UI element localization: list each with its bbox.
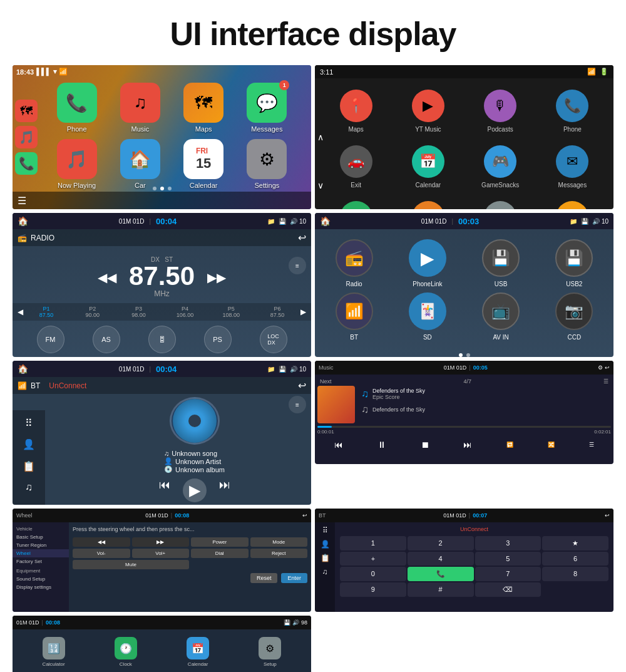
s7-wheel-item[interactable]: Wheel — [13, 549, 69, 557]
s6-settings-btn[interactable]: ⚙ — [598, 364, 603, 371]
s2-app-phone[interactable]: 📞 Phone — [536, 83, 608, 139]
s3-eq-btn[interactable]: ≡ — [289, 257, 306, 274]
s2-app-podcasts[interactable]: 🎙 Podcasts — [464, 83, 536, 139]
s6-prev-btn[interactable]: ⏮ — [334, 440, 343, 450]
s8-key-star[interactable]: ★ — [542, 536, 608, 551]
s8-sidebar-music[interactable]: ♫ — [322, 567, 328, 576]
s7-back-btn[interactable]: ↩ — [302, 512, 307, 519]
s8-key-call[interactable]: 📞 — [408, 567, 474, 581]
s6-repeatall-btn[interactable]: 🔁 — [506, 442, 513, 448]
s5-next-btn[interactable]: ⏭ — [219, 478, 230, 502]
s3-prev-btn[interactable]: ◀◀ — [98, 270, 116, 285]
s7-reset-btn[interactable]: Reset — [250, 573, 278, 583]
s7-btn-power[interactable]: Power — [191, 537, 249, 547]
s1-app-music[interactable]: ♫ Music — [120, 83, 160, 133]
s5-sidebar-calls[interactable]: 📋 — [18, 458, 40, 473]
s2-app-ytmusic[interactable]: ▶ YT Music — [392, 83, 464, 139]
s4-app-usb[interactable]: 💾 USB — [467, 239, 535, 287]
s5-prev-btn[interactable]: ⏮ — [159, 478, 170, 502]
s8-key-4[interactable]: 4 — [408, 552, 474, 566]
s1-app-settings[interactable]: ⚙ Settings — [247, 139, 287, 189]
s6-back-btn[interactable]: ↩ — [605, 364, 610, 371]
s7-btn-volup[interactable]: Vol+ — [132, 549, 190, 558]
s1-sidebar-phone[interactable]: 📞 — [15, 152, 38, 175]
s3-preset-2[interactable]: P2 90.00 — [69, 306, 116, 318]
s1-app-messages[interactable]: 💬 1 Messages — [247, 83, 287, 133]
s2-app-settings[interactable]: ⚙ Settings — [464, 195, 536, 209]
s8-key-2[interactable]: 2 — [408, 536, 474, 551]
s4-app-usb2[interactable]: 💾 USB2 — [540, 239, 608, 287]
s8-key-7[interactable]: 7 — [475, 567, 541, 581]
s5-play-btn[interactable]: ▶ — [183, 478, 207, 502]
s8-key-6[interactable]: 6 — [542, 552, 608, 566]
s3-back-btn[interactable]: ↩ — [298, 232, 306, 244]
s3-preset-4[interactable]: P4 106.00 — [162, 306, 208, 318]
s3-preset-5[interactable]: P5 108.00 — [208, 306, 254, 318]
s3-fm-btn[interactable]: FM — [37, 326, 64, 353]
s8-sidebar-contacts[interactable]: 👤 — [321, 540, 330, 549]
s8-key-8[interactable]: 8 — [542, 567, 608, 581]
s8-sidebar-calls[interactable]: 📋 — [321, 554, 330, 562]
s3-preset-prev[interactable]: ◀ — [18, 308, 23, 316]
s5-sidebar-settings[interactable]: ⚙ — [18, 502, 40, 505]
s3-preset-6[interactable]: P6 87.50 — [254, 306, 300, 318]
s5-sidebar-menu[interactable]: ⠿ — [18, 415, 40, 430]
s9-app-calculator[interactable]: 🔢 Calculator — [43, 637, 65, 667]
s3-preset-1[interactable]: P1 87.50 — [23, 306, 69, 318]
s8-key-hash[interactable]: # — [408, 582, 474, 597]
s6-progress-bar[interactable] — [317, 426, 611, 428]
s4-app-phonelink[interactable]: ▶ PhoneLink — [393, 239, 461, 287]
s5-back-btn[interactable]: ↩ — [298, 380, 306, 391]
s3-preset-3[interactable]: P3 98.00 — [116, 306, 162, 318]
s7-basic-setup[interactable]: Basic Setup — [13, 533, 69, 541]
s9-app-clock[interactable]: 🕐 Clock — [115, 637, 137, 667]
s4-app-bt[interactable]: 📶 BT — [320, 292, 388, 341]
s7-btn-prev[interactable]: ◀◀ — [73, 537, 130, 547]
s8-sidebar-menu[interactable]: ⠿ — [322, 526, 328, 535]
s4-app-avin[interactable]: 📺 AV IN — [467, 292, 535, 341]
s7-display-settings[interactable]: Display settings — [13, 583, 69, 591]
s8-key-3[interactable]: 3 — [475, 536, 541, 551]
s1-app-maps[interactable]: 🗺 Maps — [183, 83, 223, 133]
s2-app-calendar[interactable]: 📅 Calendar — [392, 139, 464, 195]
s7-btn-next[interactable]: ▶▶ — [132, 537, 190, 547]
s3-as-btn[interactable]: AS — [93, 326, 120, 353]
s6-stop-btn[interactable]: ⏹ — [421, 440, 429, 450]
s2-nav-down[interactable]: ∨ — [317, 180, 324, 190]
s7-btn-voldown[interactable]: Vol- — [73, 549, 130, 558]
s6-pause-btn[interactable]: ⏸ — [377, 440, 386, 450]
s7-btn-dial[interactable]: Dial — [191, 549, 249, 558]
s8-key-0[interactable]: 0 — [340, 567, 406, 581]
s4-app-ccd[interactable]: 📷 CCD — [540, 292, 608, 341]
s6-next-btn[interactable]: ⏭ — [463, 440, 472, 450]
s9-app-setup[interactable]: ⚙ Setup — [259, 637, 281, 667]
s2-nav-up[interactable]: ∧ — [317, 132, 324, 142]
s7-btn-mode[interactable]: Mode — [250, 537, 308, 547]
s7-tuner-region[interactable]: Tuner Region — [13, 541, 69, 549]
s7-factory-set[interactable]: Factory Set — [13, 557, 69, 566]
s2-app-gamesnacks[interactable]: 🎮 GameSnacks — [464, 139, 536, 195]
s3-ps-btn[interactable]: PS — [204, 326, 232, 353]
s2-app-messages[interactable]: ✉ Messages — [536, 139, 608, 195]
s6-track-1[interactable]: ♫ Defenders of the Sky Epic Score — [359, 386, 428, 402]
s6-list2-btn[interactable]: ☰ — [589, 442, 594, 448]
s8-key-5[interactable]: 5 — [475, 552, 541, 566]
s4-app-sd[interactable]: 🃏 SD — [393, 292, 461, 341]
s8-key-backspace[interactable]: ⌫ — [475, 582, 541, 597]
s8-key-9[interactable]: 9 — [340, 582, 406, 597]
s2-app-reminder[interactable]: 🔔 Reminder — [392, 195, 464, 209]
s3-locdx-btn[interactable]: LOCDX — [260, 326, 287, 353]
s4-app-radio[interactable]: 📻 Radio — [320, 239, 388, 287]
s3-preset-next[interactable]: ▶ — [300, 308, 306, 316]
s7-btn-mute[interactable]: Mute — [73, 560, 189, 569]
s5-eq-btn[interactable]: ≡ — [289, 396, 306, 413]
s2-app-exit[interactable]: 🚗 Exit — [320, 139, 392, 195]
s5-sidebar-music[interactable]: ♫ — [18, 480, 40, 495]
s3-st-btn[interactable]: 🎛 — [148, 326, 176, 353]
s5-home-icon[interactable]: 🏠 — [18, 364, 28, 374]
s8-back-btn[interactable]: ↩ — [605, 512, 610, 519]
s6-track-2[interactable]: ♫ Defenders of the Sky — [359, 402, 428, 417]
s1-sidebar-maps[interactable]: 🗺 — [15, 100, 38, 122]
s1-app-calendar[interactable]: FRI15 Calendar — [183, 139, 223, 189]
s2-app-maps[interactable]: 📍 Maps — [320, 83, 392, 139]
